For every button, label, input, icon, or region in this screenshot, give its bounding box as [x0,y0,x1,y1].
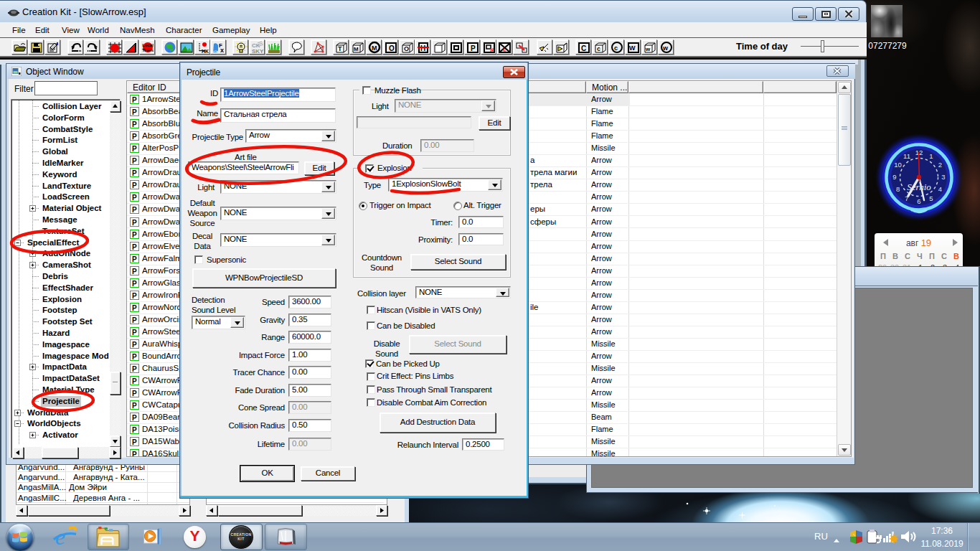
svg-text:P: P [132,255,137,263]
svg-text:P: P [132,304,137,312]
svg-text:P: P [132,121,137,128]
svg-text:x: x [220,47,224,54]
svg-text:P: P [132,280,137,288]
svg-text:P: P [132,206,137,214]
svg-text:c: c [597,45,600,52]
svg-text:6: 6 [917,197,920,205]
svg-text:P: P [132,316,137,324]
svg-text:9: 9 [892,173,896,181]
svg-text:P: P [132,426,137,434]
svg-text:P: P [132,414,137,422]
svg-text:P: P [132,219,137,227]
svg-text:P: P [132,341,137,349]
svg-text:M: M [372,44,377,52]
svg-text:P: P [132,353,137,361]
svg-text:P: P [132,157,137,165]
svg-text:P: P [471,44,476,52]
svg-text:HK: HK [202,49,209,54]
svg-text:2: 2 [938,161,942,169]
svg-text:3: 3 [941,173,945,181]
svg-text:P: P [132,108,137,116]
svg-text:10: 10 [894,161,902,169]
svg-text:P: P [132,438,137,446]
svg-text:1: 1 [929,152,933,160]
svg-text:P: P [132,402,137,410]
svg-text:11: 11 [903,152,910,160]
svg-text:8: 8 [896,185,900,193]
svg-text:O: O [389,44,395,52]
svg-text:P: P [132,451,137,457]
svg-text:W: W [629,44,636,52]
svg-text:O: O [404,45,409,52]
svg-text:5: 5 [929,194,933,202]
svg-text:P: P [132,96,137,104]
svg-text:P: P [132,231,137,239]
svg-text:P: P [132,182,137,189]
svg-text:w: w [645,46,651,52]
svg-text:P: P [132,133,137,141]
svg-text:P: P [132,365,137,373]
svg-text:T: T [338,45,342,52]
svg-text:c: c [614,44,618,52]
svg-text:H: H [420,44,425,52]
svg-text:M: M [354,46,359,52]
svg-text:P: P [132,268,137,276]
svg-text:Trans: Trans [142,48,154,52]
svg-text:P: P [132,145,137,153]
svg-text:P: P [132,292,137,300]
svg-text:Local: Local [142,43,154,47]
svg-text:P: P [132,169,137,177]
svg-text:P: P [132,194,137,202]
svg-text:w: w [662,44,669,52]
svg-text:P: P [132,329,137,336]
svg-text:4: 4 [938,185,942,193]
svg-text:SKY: SKY [252,48,264,55]
svg-text:P: P [132,377,137,385]
svg-text:C: C [581,44,586,52]
svg-text:P: P [132,390,137,397]
svg-text:P: P [132,243,137,251]
